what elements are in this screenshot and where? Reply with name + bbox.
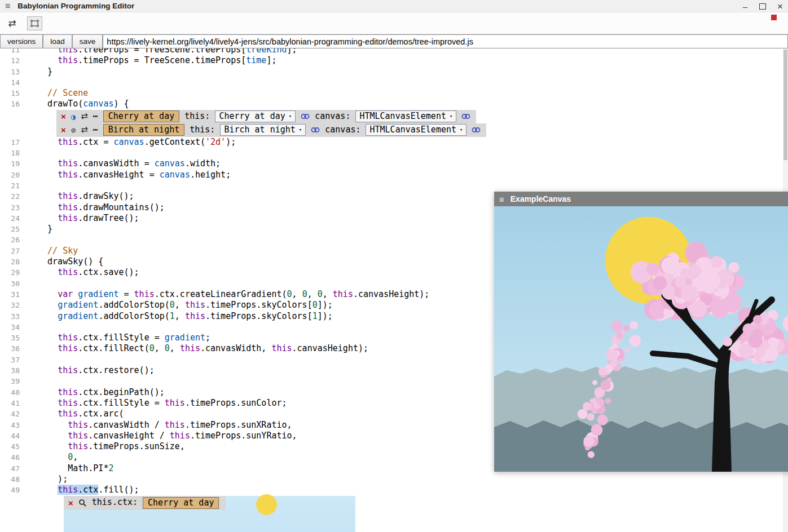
code-text: this.ctx = canvas.getContext('2d'); [25, 137, 236, 148]
code-text: this.ctx.restore(); [25, 365, 155, 376]
probe-close-icon[interactable]: × [68, 499, 73, 507]
line-number: 12 [0, 55, 25, 66]
line-number: 28 [0, 256, 25, 267]
code-text: this.drawSky(); [25, 191, 134, 202]
maximize-button[interactable] [759, 3, 766, 10]
line-number: 15 [0, 88, 25, 99]
line-number: 22 [0, 191, 25, 202]
code-line[interactable]: 13 } [0, 66, 788, 77]
line-number: 39 [0, 376, 25, 387]
canvas-binding-label: canvas: [315, 111, 350, 122]
code-line[interactable]: 15 // Scene [0, 88, 788, 99]
line-number: 20 [0, 170, 25, 180]
hamburger-menu-icon[interactable]: ≡ [5, 2, 10, 11]
line-number: 16 [0, 99, 25, 109]
window-title: Babylonian Programming Editor [17, 2, 134, 10]
example-canvas-scene [494, 206, 788, 472]
code-text: ); [25, 474, 68, 485]
example-canvas-titlebar[interactable]: ≡ ExampleCanvas [494, 192, 788, 206]
code-text: drawTo(canvas) { [25, 99, 129, 109]
code-line[interactable]: 19 this.canvasWidth = canvas.width; [0, 158, 788, 169]
code-text: gradient.addColorStop(0, this.timeProps.… [25, 300, 333, 311]
probe-toggle-icon[interactable]: ⊘ [71, 126, 76, 134]
selection-tool-button[interactable] [27, 16, 42, 30]
this-binding-label: this: [184, 111, 210, 122]
code-text: // Scene [25, 88, 88, 99]
code-line[interactable]: 12 this.timeProps = TreeScene.timeProps[… [0, 55, 788, 66]
probe-close-icon[interactable]: × [61, 126, 66, 134]
code-text [25, 278, 37, 289]
line-number: 27 [0, 246, 25, 256]
scrollbar-thumb[interactable] [783, 50, 787, 160]
code-line[interactable]: 21 [0, 180, 788, 191]
code-line[interactable]: 14 [0, 77, 788, 88]
code-text: this.ctx.beginPath(); [25, 387, 165, 398]
code-text: this.drawTree(); [25, 213, 139, 224]
probe-switch-icon[interactable]: ⇄ [81, 112, 88, 121]
example-name-button[interactable]: Cherry at day [143, 497, 219, 509]
example-probe-widget: ×◑⇄⋯Cherry at daythis:Cherry at day▾canv… [56, 110, 476, 123]
code-text: this.ctx.fill(); [25, 485, 139, 495]
example-canvas-window[interactable]: ≡ ExampleCanvas [494, 192, 788, 472]
line-number: 45 [0, 441, 25, 452]
probe-switch-icon[interactable]: ⇄ [81, 126, 88, 134]
line-number: 32 [0, 300, 25, 311]
code-text [25, 180, 37, 191]
swap-arrows-icon: ⇄ [8, 17, 16, 29]
probe-toggle-icon[interactable]: ◑ [71, 113, 76, 121]
save-button[interactable]: save [72, 34, 103, 48]
swap-arrows-button[interactable]: ⇄ [5, 16, 20, 30]
code-text [25, 148, 37, 158]
line-number: 21 [0, 180, 25, 191]
recording-indicator [771, 15, 777, 20]
binding-link-icon[interactable] [472, 126, 481, 134]
probe-more-icon[interactable]: ⋯ [93, 112, 98, 121]
code-line[interactable]: 16 drawTo(canvas) { [0, 99, 788, 109]
line-number: 14 [0, 77, 25, 88]
example-name-button[interactable]: Birch at night [103, 124, 184, 136]
line-number: 38 [0, 365, 25, 376]
binding-link-icon[interactable] [301, 113, 310, 120]
line-number: 35 [0, 333, 25, 343]
code-line[interactable]: 48 ); [0, 474, 788, 485]
load-button[interactable]: load [43, 34, 72, 48]
code-line[interactable]: 17 this.ctx = canvas.getContext('2d'); [0, 137, 788, 148]
this-binding-select[interactable]: Birch at night▾ [220, 124, 306, 136]
magnifier-icon[interactable] [78, 499, 87, 507]
preview-sun [256, 494, 277, 515]
versions-button[interactable]: versions [0, 34, 43, 48]
code-line[interactable]: 20 this.canvasHeight = canvas.height; [0, 170, 788, 180]
example-name-button[interactable]: Cherry at day [103, 110, 179, 122]
line-number: 29 [0, 267, 25, 278]
code-text [25, 354, 37, 365]
code-text: this.ctx.save(); [25, 267, 139, 278]
code-line[interactable]: 11 this.treeProps = TreeScene.treeProps[… [0, 48, 788, 55]
code-text: // Sky [25, 246, 78, 256]
code-text: 0, [25, 452, 78, 463]
code-text: this.timeProps.sunSize, [25, 441, 185, 452]
hamburger-menu-icon[interactable]: ≡ [499, 195, 504, 203]
probe-more-icon[interactable]: ⋯ [93, 126, 98, 134]
url-input[interactable] [103, 34, 788, 48]
line-number: 34 [0, 322, 25, 333]
binding-link-icon[interactable] [461, 113, 470, 120]
probe-close-icon[interactable]: × [61, 112, 66, 121]
this-binding-select[interactable]: Cherry at day▾ [215, 110, 296, 122]
line-number: 11 [0, 48, 25, 55]
close-button[interactable]: × [776, 2, 785, 11]
minimize-button[interactable]: – [741, 2, 750, 11]
editor-toolbar: ⇄ [0, 12, 788, 34]
foreground-hills [494, 420, 788, 472]
line-number: 36 [0, 343, 25, 354]
line-number: 13 [0, 66, 25, 77]
code-text: this.ctx.fillStyle = gradient; [25, 333, 210, 343]
code-text: this.canvasWidth / this.timeProps.sunXRa… [25, 420, 292, 431]
canvas-binding-select[interactable]: HTMLCanvasElement▾ [355, 110, 456, 122]
canvas-binding-select[interactable]: HTMLCanvasElement▾ [366, 124, 466, 136]
code-line[interactable]: 18 [0, 148, 788, 158]
code-line[interactable]: 49 this.ctx.fill(); [0, 485, 788, 495]
line-number: 40 [0, 387, 25, 398]
code-text: gradient.addColorStop(1, this.timeProps.… [25, 311, 333, 322]
binding-link-icon[interactable] [311, 126, 320, 134]
window-titlebar: ≡ Babylonian Programming Editor – × [0, 0, 788, 12]
